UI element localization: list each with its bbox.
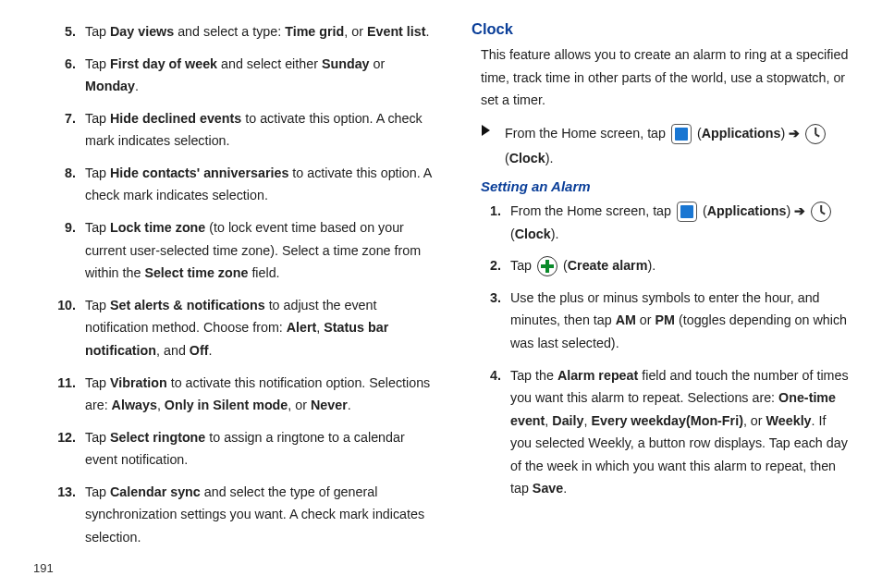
list-item: 7.Tap Hide declined events to activate t… [55,107,433,153]
step-number: 1. [481,200,510,245]
bold-term: Monday [85,79,135,93]
bold-term: Daily [552,413,583,428]
step-number: 11. [55,372,85,417]
step-text: From the Home screen, tap (Applications)… [510,200,849,245]
step-text: Tap Select ringtone to assign a ringtone… [85,426,433,472]
list-item: 8.Tap Hide contacts' anniversaries to ac… [55,162,433,207]
list-item: 10.Tap Set alerts & notifications to adj… [55,294,433,362]
alarm-steps-list: 1.From the Home screen, tap (Application… [472,200,849,500]
bullet-text: From the Home screen, tap (Applications)… [505,121,849,171]
step-text: Tap Vibration to activate this notificat… [85,372,433,417]
step-text: Tap (Create alarm). [510,254,849,277]
bold-term: PM [655,312,675,327]
clock-intro: This feature allows you to create an ala… [481,43,849,112]
step-text: Tap Calendar sync and select the type of… [85,481,433,549]
step-number: 10. [55,294,85,362]
bold-term: Lock time zone [110,220,205,235]
bold-term: Never [311,398,348,412]
step-number: 3. [481,287,510,355]
step-number: 8. [55,162,85,207]
step-number: 12. [55,426,85,472]
list-item: 6.Tap First day of week and select eithe… [55,53,433,98]
triangle-bullet-icon [482,125,490,136]
clock-nav-bullet: From the Home screen, tap (Applications)… [472,121,849,171]
step-number: 9. [55,216,85,285]
create-alarm-icon [537,256,557,276]
step-text: Tap Day views and select a type: Time gr… [85,20,433,43]
clock-icon [811,202,831,222]
step-number: 6. [55,53,85,98]
bold-term: Select ringtone [110,430,205,445]
bold-term: Time grid [285,24,344,39]
bold-term: Hide declined events [110,111,241,126]
bold-term: Create alarm [568,258,648,273]
step-text: Tap the Alarm repeat field and touch the… [510,364,849,500]
subheading-setting-alarm: Setting an Alarm [481,178,849,194]
bold-term: Only in Silent mode [165,398,288,412]
left-column: 5.Tap Day views and select a type: Time … [33,20,433,588]
bold-term: Weekly [766,413,812,428]
bold-term: Sunday [322,56,370,71]
bold-term: Calendar sync [110,484,201,499]
list-item: 2.Tap (Create alarm). [481,254,849,277]
step-number: 5. [55,20,85,43]
section-heading-clock: Clock [472,20,849,38]
list-item: 13.Tap Calendar sync and select the type… [55,481,433,549]
step-number: 2. [481,254,510,277]
step-text: Tap Hide declined events to activate thi… [85,107,433,153]
bold-term: Every weekday(Mon-Fri) [591,413,742,428]
step-text: Tap First day of week and select either … [85,53,433,98]
bold-term: Applications [707,203,787,218]
step-number: 4. [481,364,510,500]
bold-term: Applications [702,126,781,141]
list-item: 1.From the Home screen, tap (Application… [481,200,849,245]
applications-icon [677,202,697,222]
arrow-icon: ➔ [794,203,805,218]
bold-term: Alarm repeat [557,368,638,383]
bold-term: Status bar notification [85,320,388,358]
clock-icon [805,124,826,144]
list-item: 12.Tap Select ringtone to assign a ringt… [55,426,433,472]
calendar-steps-list: 5.Tap Day views and select a type: Time … [55,20,433,549]
step-text: Use the plus or minus symbols to enter t… [510,287,849,355]
list-item: 3.Use the plus or minus symbols to enter… [481,287,849,355]
list-item: 9.Tap Lock time zone (to lock event time… [55,216,433,285]
step-number: 7. [55,107,85,153]
bold-term: Hide contacts' anniversaries [110,165,288,180]
list-item: 11.Tap Vibration to activate this notifi… [55,372,433,417]
bold-term: Off [190,343,209,358]
arrow-icon: ➔ [789,126,800,141]
bold-term: Set alerts & notifications [110,298,265,312]
bold-term: Vibration [110,375,167,390]
manual-page: 5.Tap Day views and select a type: Time … [0,0,882,588]
bold-term: Clock [515,227,551,241]
bold-term: Select time zone [144,265,248,280]
bold-term: AM [616,312,636,327]
applications-icon [671,124,692,144]
bold-term: Day views [110,24,174,39]
page-number: 191 [33,561,54,575]
step-text: Tap Lock time zone (to lock event time b… [85,216,433,285]
bold-term: Alert [287,320,317,335]
bold-term: Clock [509,151,545,165]
list-item: 4.Tap the Alarm repeat field and touch t… [481,364,849,500]
bold-term: Event list [367,24,426,39]
bold-term: First day of week [110,56,217,71]
step-text: Tap Hide contacts' anniversaries to acti… [85,162,433,207]
step-number: 13. [55,481,85,549]
bold-term: Save [533,481,563,496]
right-column: Clock This feature allows you to create … [472,20,849,588]
step-text: Tap Set alerts & notifications to adjust… [85,294,433,362]
list-item: 5.Tap Day views and select a type: Time … [55,20,433,43]
bold-term: Always [112,398,157,412]
